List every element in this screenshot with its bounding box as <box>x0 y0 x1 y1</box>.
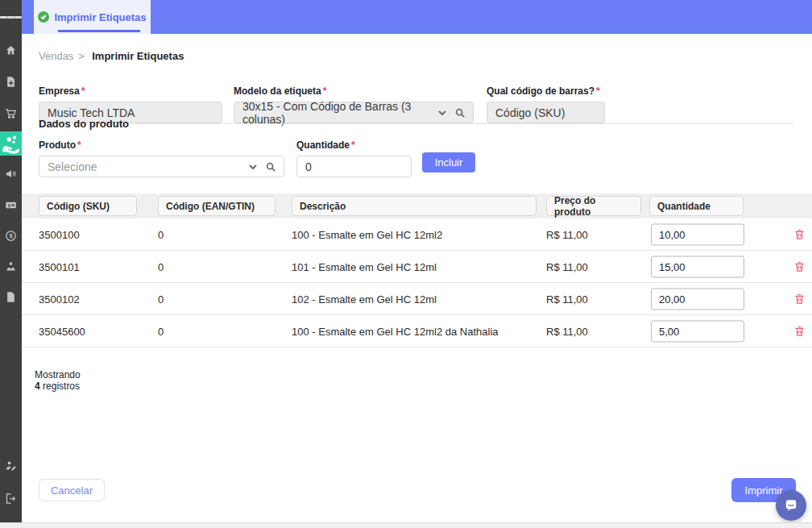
column-header-quantidade[interactable]: Quantidade <box>649 196 744 216</box>
sidebar: $ $ <box>0 0 22 522</box>
row-quantidade-input[interactable] <box>651 223 744 245</box>
topbar: Imprimir Etiquetas <box>22 0 812 34</box>
cell-sku: 3500100 <box>39 228 80 240</box>
quantidade-label: Quantidade* <box>296 139 412 151</box>
table-body: 3500100 0 100 - Esmalte em Gel HC 12ml2 … <box>22 218 812 347</box>
bottom-scrollbar-track[interactable] <box>0 522 812 528</box>
delete-row-icon[interactable] <box>793 227 806 242</box>
cell-ean: 0 <box>158 228 164 240</box>
breadcrumb: Vendas > Imprimir Etiquetas <box>39 50 184 62</box>
cell-preco: R$ 11,00 <box>546 228 588 240</box>
required-asterisk: * <box>81 85 85 97</box>
required-asterisk: * <box>77 139 81 151</box>
records-summary: Mostrando 4 registros <box>35 369 81 392</box>
money-check-icon[interactable]: $ <box>0 194 22 216</box>
cell-ean: 0 <box>158 293 164 305</box>
users-icon[interactable] <box>0 256 22 277</box>
main-content: Vendas > Imprimir Etiquetas Empresa* Mus… <box>22 34 812 522</box>
cell-sku: 35045600 <box>39 325 85 337</box>
tab-label: Imprimir Etiquetas <box>54 11 146 23</box>
section-divider <box>137 123 793 124</box>
svg-text:$: $ <box>9 232 13 239</box>
delete-row-icon[interactable] <box>793 324 806 339</box>
table-row: 3500101 0 101 - Esmalte em Gel HC 12ml R… <box>22 251 812 283</box>
quantidade-input[interactable] <box>296 156 412 177</box>
section-title: Dados do produto <box>39 118 129 130</box>
column-header-descricao[interactable]: Descrição <box>292 196 536 216</box>
codigo-barras-label: Qual código de barras?* <box>487 85 605 97</box>
table-row: 3500100 0 100 - Esmalte em Gel HC 12ml2 … <box>22 218 812 251</box>
chevron-down-icon[interactable] <box>437 108 447 118</box>
cell-descricao: 100 - Esmalte em Gel HC 12ml2 <box>292 228 442 240</box>
records-summary-word: Mostrando <box>35 369 81 380</box>
chat-bubble-icon[interactable] <box>776 490 806 521</box>
megaphone-icon[interactable] <box>0 163 22 185</box>
cell-descricao: 100 - Esmalte em Gel HC 12ml2 da Nathali… <box>292 325 499 337</box>
breadcrumb-section[interactable]: Vendas <box>39 50 73 62</box>
logout-icon[interactable] <box>0 488 22 509</box>
cell-preco: R$ 11,00 <box>546 260 588 272</box>
incluir-button[interactable]: Incluir <box>422 152 475 173</box>
cell-sku: 3500102 <box>39 293 80 305</box>
dados-produto-section-header: Dados do produto <box>39 118 793 130</box>
quantidade-field-group: Quantidade* <box>296 139 412 177</box>
cell-descricao: 102 - Esmalte em Gel HC 12ml <box>292 293 437 305</box>
column-header-ean[interactable]: Código (EAN/GTIN) <box>158 196 276 216</box>
produto-select[interactable]: Selecione <box>39 156 284 177</box>
tab-active-underline <box>58 30 140 32</box>
cell-preco: R$ 11,00 <box>546 325 588 337</box>
cell-ean: 0 <box>158 325 164 337</box>
required-asterisk: * <box>323 85 327 97</box>
menu-icon[interactable] <box>0 6 22 28</box>
user-edit-icon[interactable] <box>0 455 22 476</box>
modelo-etiqueta-label: Modelo da etiqueta* <box>234 85 474 97</box>
records-count: 4 <box>35 380 40 392</box>
chevron-down-icon[interactable] <box>248 162 258 172</box>
delete-row-icon[interactable] <box>793 260 806 274</box>
file-icon[interactable] <box>0 286 22 308</box>
home-icon[interactable] <box>0 39 22 61</box>
cancelar-button[interactable]: Cancelar <box>39 479 105 501</box>
cell-sku: 3500101 <box>39 260 80 272</box>
search-icon[interactable] <box>455 108 465 118</box>
row-quantidade-input[interactable] <box>651 288 744 310</box>
table-row: 3500102 0 102 - Esmalte em Gel HC 12ml R… <box>22 283 812 315</box>
records-unit: registros <box>43 380 80 392</box>
required-asterisk: * <box>351 139 355 151</box>
breadcrumb-separator: > <box>78 50 85 62</box>
check-circle-icon <box>38 11 49 23</box>
hand-coins-icon[interactable] <box>0 131 22 156</box>
app-window: $ $ Imprimir Etiquetas Vendas > Imprimir… <box>0 0 812 528</box>
produto-field-group: Produto* Selecione <box>39 139 284 177</box>
cart-icon[interactable] <box>0 102 22 124</box>
dollar-circle-icon[interactable]: $ <box>0 225 22 247</box>
required-asterisk: * <box>596 85 600 97</box>
file-plus-icon[interactable] <box>0 71 22 93</box>
empresa-label: Empresa* <box>39 85 222 97</box>
delete-row-icon[interactable] <box>793 292 806 306</box>
search-icon[interactable] <box>266 162 276 172</box>
row-quantidade-input[interactable] <box>651 320 744 342</box>
column-header-sku[interactable]: Código (SKU) <box>39 196 137 216</box>
table-row: 35045600 0 100 - Esmalte em Gel HC 12ml2… <box>22 315 812 347</box>
column-header-preco[interactable]: Preço do produto <box>546 196 641 216</box>
cell-preco: R$ 11,00 <box>546 293 588 305</box>
tab-imprimir-etiquetas[interactable]: Imprimir Etiquetas <box>34 0 151 34</box>
cell-descricao: 101 - Esmalte em Gel HC 12ml <box>292 260 437 272</box>
produto-placeholder: Selecione <box>48 160 97 173</box>
cell-ean: 0 <box>158 260 164 272</box>
produto-label: Produto* <box>39 139 284 151</box>
table-header-row: Código (SKU) Código (EAN/GTIN) Descrição… <box>22 193 812 218</box>
breadcrumb-page: Imprimir Etiquetas <box>92 50 184 62</box>
row-quantidade-input[interactable] <box>651 256 744 277</box>
